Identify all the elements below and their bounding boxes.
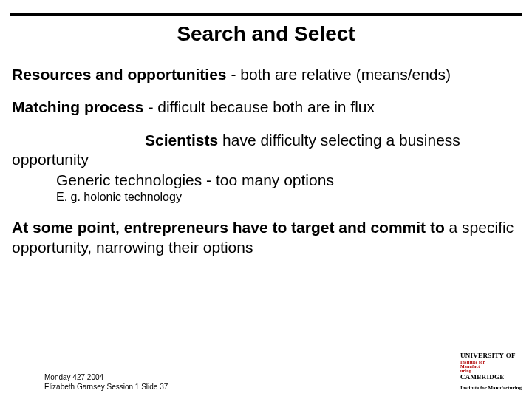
para-matching: Matching process - difficult because bot…: [12, 98, 520, 117]
footer-meta: Monday 427 2004 Elizabeth Garnsey Sessio…: [44, 373, 168, 392]
lead-matching: Matching process -: [12, 98, 157, 115]
footer-date: Monday 427 2004: [44, 373, 168, 383]
top-rule: [10, 13, 522, 16]
para-commit: At some point, entrepreneurs have to tar…: [12, 218, 520, 257]
para-scientists-line1: Scientists have difficulty selecting a b…: [12, 132, 460, 168]
lead-resources: Resources and opportunities: [12, 66, 227, 83]
university-branding: UNIVERSITY OF Institute for Manufact uri…: [460, 352, 522, 392]
para-scientists-wrap: Scientists have difficulty selecting a b…: [12, 131, 520, 170]
rest-scientists: have difficulty selecting a business opp…: [12, 132, 460, 168]
rest-matching: difficult because both are in flux: [157, 98, 375, 115]
para-example: E. g. holonic technology: [12, 190, 520, 205]
slide-title: Search and Select: [0, 22, 532, 46]
uni-institute: Institute for Manufacturing: [460, 385, 522, 392]
lead-commit: At some point, entrepreneurs have to tar…: [12, 219, 445, 236]
para-resources: Resources and opportunities - both are r…: [12, 65, 520, 84]
footer-author-slide: Elizabeth Garnsey Session 1 Slide 37: [44, 383, 168, 392]
rest-resources: - both are relative (means/ends): [227, 66, 451, 83]
uni-cambridge: CAMBRIDGE: [460, 373, 522, 382]
slide-body: Resources and opportunities - both are r…: [12, 65, 520, 257]
para-generic: Generic technologies - too many options: [12, 171, 520, 190]
uni-top: UNIVERSITY OF: [460, 352, 522, 361]
lead-scientists: Scientists: [145, 132, 218, 149]
